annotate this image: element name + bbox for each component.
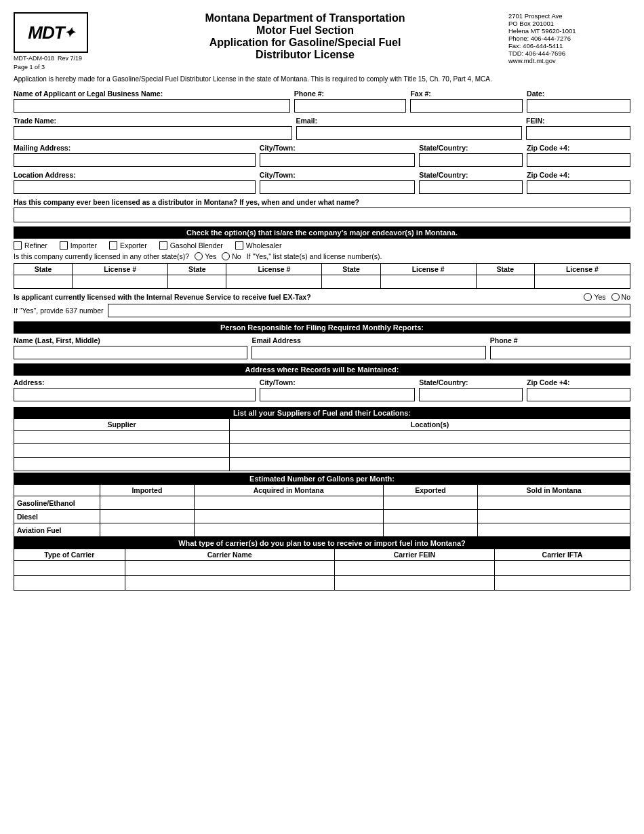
gasoline-label: Gasoline/Ethanol (14, 496, 100, 510)
637-row: If "Yes", provide 637 number (14, 304, 630, 317)
yes-radio[interactable] (195, 252, 203, 260)
refiner-checkbox[interactable] (14, 241, 22, 250)
licensed-input[interactable] (14, 207, 630, 222)
gallons-table: Estimated Number of Gallons per Month: I… (14, 473, 630, 537)
diesel-imported[interactable] (100, 510, 194, 523)
license2-cell[interactable] (226, 275, 322, 289)
carrier-type1[interactable] (14, 561, 125, 576)
aviation-imported[interactable] (100, 523, 194, 537)
supplier-col-header: Supplier (14, 419, 230, 431)
mailing-label: Mailing Address: (14, 144, 256, 152)
carrier-type2[interactable] (14, 576, 125, 591)
supplier-name1[interactable] (14, 431, 230, 444)
other-states-yes[interactable]: Yes (195, 252, 216, 260)
gallons-sold-header: Sold in Montana (478, 485, 630, 496)
wholesaler-checkbox-item[interactable]: Wholesaler (235, 241, 282, 250)
location-state-input[interactable] (419, 180, 523, 194)
exporter-checkbox-item[interactable]: Exporter (109, 241, 147, 250)
mailing-state-label: State/Country: (419, 144, 523, 152)
records-city-input[interactable] (260, 388, 415, 401)
license1-cell[interactable] (73, 275, 168, 289)
mailing-input[interactable] (14, 153, 256, 167)
mailing-zip-input[interactable] (527, 153, 630, 167)
supplier-location1[interactable] (230, 431, 630, 444)
irs-yes-radio[interactable] (584, 293, 592, 301)
location-label: Location Address: (14, 171, 256, 179)
records-address-label: Address: (14, 378, 256, 386)
state3-cell[interactable] (322, 275, 380, 289)
location-col-header: Location(s) (230, 419, 630, 431)
carrier-row1 (14, 561, 630, 576)
exporter-checkbox[interactable] (109, 241, 117, 250)
carrier-fein1[interactable] (334, 561, 494, 576)
license3-cell[interactable] (380, 275, 476, 289)
gasoline-sold[interactable] (478, 496, 630, 510)
licensed-question: Has this company ever been licensed as a… (14, 198, 630, 206)
location-input[interactable] (14, 180, 256, 194)
carrier-ifta2[interactable] (495, 576, 630, 591)
gasoline-exported[interactable] (383, 496, 478, 510)
email-input[interactable] (296, 126, 523, 140)
gasohol-checkbox[interactable] (159, 241, 167, 250)
no-radio[interactable] (222, 252, 230, 260)
records-zip-input[interactable] (527, 388, 630, 401)
phone-input[interactable] (294, 99, 407, 113)
other-states-no[interactable]: No (222, 252, 241, 260)
location-zip-input[interactable] (527, 180, 630, 194)
diesel-exported[interactable] (383, 510, 478, 523)
logo: MDT✦ (14, 12, 88, 53)
aviation-exported[interactable] (383, 523, 478, 537)
supplier-location2[interactable] (230, 444, 630, 458)
carrier-ifta1[interactable] (495, 561, 630, 576)
irs-no-radio[interactable] (611, 293, 620, 301)
gasoline-acquired[interactable] (194, 496, 383, 510)
gallons-exported-header: Exported (383, 485, 478, 496)
aviation-sold[interactable] (478, 523, 630, 537)
monthly-name-input[interactable] (14, 346, 247, 359)
importer-checkbox-item[interactable]: Importer (60, 241, 97, 250)
fax-input[interactable] (410, 99, 523, 113)
mailing-state-input[interactable] (419, 153, 523, 167)
supplier-location3[interactable] (230, 458, 630, 471)
monthly-email-input[interactable] (251, 346, 485, 359)
637-input[interactable] (108, 304, 630, 317)
license4-cell[interactable] (534, 275, 630, 289)
mailing-city-label: City/Town: (260, 144, 415, 152)
date-input[interactable] (527, 99, 630, 113)
irs-no[interactable]: No (611, 293, 630, 301)
supplier-name3[interactable] (14, 458, 230, 471)
title1: Montana Department of Transportation (102, 12, 508, 24)
gallons-bar: Estimated Number of Gallons per Month: (14, 473, 630, 485)
supplier-name2[interactable] (14, 444, 230, 458)
location-city-input[interactable] (260, 180, 415, 194)
state1-cell[interactable] (14, 275, 73, 289)
wholesaler-checkbox[interactable] (235, 241, 243, 250)
importer-checkbox[interactable] (60, 241, 68, 250)
diesel-acquired[interactable] (194, 510, 383, 523)
carrier-fein2[interactable] (334, 576, 494, 591)
applicant-input[interactable] (14, 99, 290, 113)
carrier-name2[interactable] (125, 576, 334, 591)
records-state-input[interactable] (419, 388, 523, 401)
supplier-row1 (14, 431, 630, 444)
aviation-acquired[interactable] (194, 523, 383, 537)
col-license3: License # (380, 264, 476, 275)
col-state1: State (14, 264, 73, 275)
trade-input[interactable] (14, 126, 292, 140)
endeavors-bar: Check the option(s) that is/are the comp… (14, 226, 630, 239)
irs-yes[interactable]: Yes (584, 293, 605, 301)
monthly-phone-input[interactable] (490, 346, 630, 359)
gasoline-imported[interactable] (100, 496, 194, 510)
wholesaler-label: Wholesaler (246, 241, 282, 250)
fein-input[interactable] (526, 126, 630, 140)
applicant-label: Name of Applicant or Legal Business Name… (14, 90, 290, 98)
diesel-sold[interactable] (478, 510, 630, 523)
mailing-city-input[interactable] (260, 153, 415, 167)
supplier-row3 (14, 458, 630, 471)
state4-cell[interactable] (476, 275, 534, 289)
records-address-input[interactable] (14, 388, 256, 401)
carrier-name1[interactable] (125, 561, 334, 576)
gasohol-checkbox-item[interactable]: Gasohol Blender (159, 241, 223, 250)
refiner-checkbox-item[interactable]: Refiner (14, 241, 47, 250)
state2-cell[interactable] (168, 275, 226, 289)
